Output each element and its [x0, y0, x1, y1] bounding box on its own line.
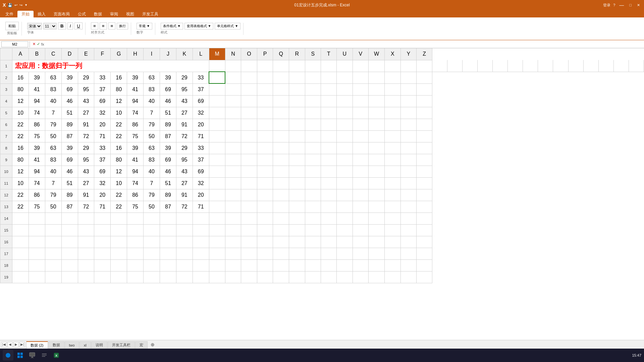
cell[interactable] — [209, 271, 225, 283]
cell[interactable] — [111, 271, 127, 283]
cell[interactable] — [241, 154, 257, 166]
cell[interactable] — [209, 60, 225, 72]
cell[interactable] — [305, 95, 321, 107]
login-button[interactable]: 登录 — [603, 3, 610, 8]
cell[interactable] — [305, 248, 321, 259]
prev-sheet-nav[interactable]: ◀ — [7, 342, 13, 347]
cell[interactable] — [305, 189, 321, 201]
cell[interactable] — [416, 142, 432, 154]
cell[interactable] — [368, 60, 384, 72]
cell[interactable] — [45, 213, 61, 224]
cell[interactable]: 50 — [45, 201, 61, 213]
cell[interactable] — [353, 166, 368, 177]
cell[interactable]: 91 — [176, 189, 193, 201]
cell[interactable] — [305, 166, 321, 177]
cell[interactable] — [241, 130, 257, 142]
cell[interactable] — [209, 72, 225, 83]
cell[interactable] — [321, 154, 336, 166]
cell[interactable] — [289, 177, 305, 189]
cell[interactable] — [416, 201, 432, 213]
cell[interactable] — [337, 142, 353, 154]
quick-save-icon[interactable]: 💾 — [8, 3, 12, 7]
cell[interactable] — [225, 166, 241, 177]
cell[interactable] — [400, 83, 416, 95]
cell[interactable] — [400, 142, 416, 154]
row-header-6[interactable]: 6 — [0, 119, 12, 130]
cell[interactable] — [225, 60, 241, 72]
cell[interactable] — [416, 60, 432, 72]
cell[interactable]: 95 — [78, 83, 94, 95]
col-header-G[interactable]: G — [111, 48, 127, 60]
cell[interactable] — [385, 83, 400, 95]
cell[interactable]: 20 — [193, 119, 209, 130]
cell[interactable] — [176, 248, 193, 259]
cell[interactable]: 29 — [176, 142, 193, 154]
cell[interactable]: 39 — [160, 142, 176, 154]
cell[interactable] — [416, 177, 432, 189]
sheet-tab-2[interactable]: two — [65, 341, 79, 349]
cell[interactable] — [305, 60, 321, 72]
cell[interactable]: 91 — [78, 119, 94, 130]
cell[interactable] — [225, 130, 241, 142]
cell[interactable]: 41 — [127, 154, 144, 166]
cell[interactable] — [400, 201, 416, 213]
col-header-D[interactable]: D — [61, 48, 78, 60]
cell[interactable] — [241, 60, 257, 72]
cell[interactable]: 39 — [29, 142, 45, 154]
cell[interactable] — [209, 154, 225, 166]
cell[interactable] — [241, 142, 257, 154]
cell[interactable] — [321, 72, 336, 83]
cell[interactable] — [385, 177, 400, 189]
cell[interactable]: 69 — [94, 95, 111, 107]
cell[interactable] — [241, 177, 257, 189]
col-header-U[interactable]: U — [337, 48, 353, 60]
cell[interactable] — [257, 259, 273, 271]
cell[interactable] — [78, 224, 94, 236]
cell[interactable] — [353, 201, 368, 213]
cell[interactable]: 32 — [94, 177, 111, 189]
cell[interactable] — [209, 259, 225, 271]
tab-file[interactable]: 文件 — [1, 11, 17, 17]
cell[interactable]: 37 — [193, 83, 209, 95]
cell[interactable]: 83 — [144, 83, 160, 95]
col-header-T[interactable]: T — [321, 48, 336, 60]
cell[interactable]: 32 — [193, 107, 209, 119]
cell[interactable]: 79 — [144, 189, 160, 201]
cell[interactable]: 37 — [94, 154, 111, 166]
cell[interactable]: 94 — [127, 166, 144, 177]
cell[interactable]: 87 — [61, 130, 78, 142]
row-header-11[interactable]: 11 — [0, 177, 12, 189]
cell[interactable]: 63 — [45, 142, 61, 154]
cell[interactable] — [257, 95, 273, 107]
cell[interactable] — [400, 236, 416, 248]
cell[interactable] — [337, 259, 353, 271]
sheet-tab-5[interactable]: 开发工具栏 — [108, 341, 135, 349]
cell[interactable]: 80 — [111, 83, 127, 95]
sheet-tab-3[interactable]: xl — [79, 341, 91, 349]
cell[interactable] — [45, 259, 61, 271]
cell[interactable] — [337, 95, 353, 107]
cell[interactable] — [400, 130, 416, 142]
tab-page-layout[interactable]: 页面布局 — [50, 11, 74, 17]
col-header-A[interactable]: A — [12, 48, 29, 60]
cell[interactable] — [257, 130, 273, 142]
cell[interactable] — [209, 142, 225, 154]
cell[interactable]: 22 — [12, 130, 29, 142]
cell[interactable] — [111, 213, 127, 224]
cell[interactable] — [193, 259, 209, 271]
cell[interactable] — [45, 236, 61, 248]
cell[interactable] — [12, 271, 29, 283]
cell[interactable] — [385, 72, 400, 83]
cell[interactable] — [127, 213, 144, 224]
next-sheet-nav[interactable]: ▶ — [13, 342, 19, 347]
cell[interactable] — [225, 142, 241, 154]
cell[interactable]: 94 — [29, 166, 45, 177]
row-header-14[interactable]: 14 — [0, 213, 12, 224]
row-header-5[interactable]: 5 — [0, 107, 12, 119]
cell[interactable] — [368, 189, 384, 201]
row-header-15[interactable]: 15 — [0, 224, 12, 236]
redo-icon[interactable]: ↪ — [19, 3, 22, 7]
row-header-3[interactable]: 3 — [0, 83, 12, 95]
font-size-select[interactable]: 11 — [43, 23, 57, 29]
cell[interactable]: 40 — [45, 95, 61, 107]
